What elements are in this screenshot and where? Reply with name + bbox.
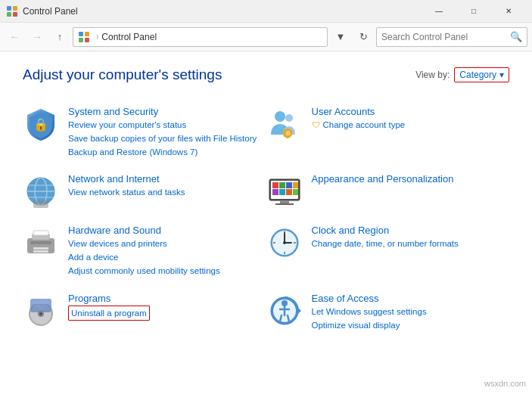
appearance-title[interactable]: Appearance and Personalization — [312, 173, 454, 185]
clock-region-title[interactable]: Clock and Region — [312, 225, 459, 236]
programs-text: Programs Uninstall a program — [68, 293, 150, 321]
clock-region-text: Clock and Region Change date, time, or n… — [312, 225, 459, 250]
programs-title[interactable]: Programs — [68, 293, 150, 304]
address-dropdown-button[interactable]: ▼ — [331, 27, 350, 47]
ease-of-access-text: Ease of Access Let Windows suggest setti… — [312, 293, 427, 331]
user-accounts-text: User Accounts 🛡 Change account type — [312, 106, 406, 131]
category-network-internet: Network and Internet View network status… — [23, 166, 266, 217]
svg-rect-5 — [85, 32, 89, 36]
svg-point-48 — [39, 312, 42, 315]
categories-grid: 🔒 System and Security Review your comput… — [23, 98, 509, 339]
svg-rect-21 — [279, 182, 285, 188]
svg-rect-2 — [7, 12, 11, 17]
svg-rect-25 — [279, 189, 285, 195]
view-by-control: View by: Category ▾ — [415, 67, 509, 82]
hardware-link-3[interactable]: Adjust commonly used mobility settings — [68, 265, 220, 277]
appearance-icon — [266, 173, 303, 209]
category-programs: Programs Uninstall a program — [23, 285, 266, 339]
system-security-link-3[interactable]: Backup and Restore (Windows 7) — [68, 146, 257, 158]
hardware-title[interactable]: Hardware and Sound — [68, 225, 220, 236]
svg-rect-27 — [293, 189, 298, 195]
category-clock-region: Clock and Region Change date, time, or n… — [266, 217, 510, 284]
network-title[interactable]: Network and Internet — [68, 173, 185, 185]
view-by-label: View by: — [415, 70, 450, 80]
system-security-title[interactable]: System and Security — [68, 106, 257, 117]
window-controls: — □ ✕ — [422, 0, 526, 23]
title-bar: Control Panel — □ ✕ — [0, 0, 532, 23]
system-security-link-2[interactable]: Save backup copies of your files with Fi… — [68, 132, 257, 144]
svg-rect-17 — [33, 200, 48, 208]
appearance-text: Appearance and Personalization — [312, 173, 454, 185]
svg-rect-24 — [272, 189, 278, 195]
svg-rect-1 — [13, 6, 17, 11]
address-bar: ← → ↑ › Control Panel ▼ ↻ 🔍 — [0, 23, 532, 51]
view-by-arrow: ▾ — [499, 70, 504, 80]
search-icon[interactable]: 🔍 — [510, 31, 522, 42]
window-title: Control Panel — [23, 6, 422, 17]
svg-rect-3 — [13, 12, 17, 17]
ease-of-access-icon — [266, 293, 303, 329]
address-box[interactable]: › Control Panel — [73, 27, 328, 47]
svg-marker-54 — [298, 308, 301, 314]
svg-rect-26 — [286, 189, 292, 195]
clock-icon — [266, 225, 303, 261]
breadcrumb-text: Control Panel — [101, 32, 157, 42]
svg-rect-34 — [33, 250, 48, 253]
system-security-text: System and Security Review your computer… — [68, 106, 257, 158]
svg-rect-0 — [7, 6, 11, 11]
svg-rect-23 — [293, 182, 298, 188]
ease-of-access-title[interactable]: Ease of Access — [312, 293, 427, 304]
network-text: Network and Internet View network status… — [68, 173, 185, 198]
hardware-link-2[interactable]: Add a device — [68, 251, 220, 263]
breadcrumb-arrow: › — [96, 33, 98, 41]
main-content: Adjust your computer's settings View by:… — [0, 51, 532, 354]
system-security-link-1[interactable]: Review your computer's status — [68, 119, 257, 131]
svg-point-40 — [283, 241, 286, 244]
hardware-text: Hardware and Sound View devices and prin… — [68, 225, 220, 277]
search-input[interactable] — [381, 32, 510, 42]
page-title: Adjust your computer's settings — [23, 67, 222, 83]
svg-rect-49 — [30, 299, 51, 312]
svg-rect-22 — [286, 182, 292, 188]
category-user-accounts: ⚙ User Accounts 🛡 Change account type — [266, 98, 510, 166]
svg-rect-31 — [30, 241, 51, 244]
user-accounts-title[interactable]: User Accounts — [312, 106, 406, 117]
system-security-icon: 🔒 — [23, 106, 59, 142]
user-accounts-icon: ⚙ — [266, 106, 303, 142]
svg-rect-20 — [272, 182, 278, 188]
category-system-security: 🔒 System and Security Review your comput… — [23, 98, 266, 166]
window-icon — [6, 5, 18, 17]
maximize-button[interactable]: □ — [456, 0, 491, 23]
refresh-button[interactable]: ↻ — [353, 27, 373, 47]
programs-link-1[interactable]: Uninstall a program — [68, 306, 150, 321]
clock-region-link-1[interactable]: Change date, time, or number formats — [312, 237, 459, 250]
svg-rect-7 — [85, 38, 89, 42]
search-box[interactable]: 🔍 — [376, 27, 527, 47]
view-by-value: Category — [459, 70, 496, 80]
back-button[interactable]: ← — [5, 27, 24, 47]
minimize-button[interactable]: — — [422, 0, 456, 23]
svg-text:🔒: 🔒 — [33, 117, 48, 132]
category-hardware-sound: Hardware and Sound View devices and prin… — [23, 217, 266, 284]
user-accounts-link-1[interactable]: Change account type — [323, 119, 406, 131]
ease-of-access-link-1[interactable]: Let Windows suggest settings — [312, 306, 427, 318]
breadcrumb-icon — [78, 31, 90, 43]
svg-point-9 — [275, 111, 285, 122]
user-accounts-badge-icon: 🛡 — [312, 120, 320, 129]
page-header: Adjust your computer's settings View by:… — [23, 67, 509, 83]
view-by-dropdown[interactable]: Category ▾ — [454, 67, 509, 82]
network-link-1[interactable]: View network status and tasks — [68, 186, 185, 198]
svg-text:⚙: ⚙ — [285, 130, 290, 137]
programs-icon — [23, 293, 59, 329]
forward-button[interactable]: → — [27, 27, 47, 47]
svg-rect-6 — [79, 38, 83, 42]
hardware-link-1[interactable]: View devices and printers — [68, 237, 220, 250]
up-button[interactable]: ↑ — [50, 27, 70, 47]
category-ease-of-access: Ease of Access Let Windows suggest setti… — [266, 285, 510, 339]
close-button[interactable]: ✕ — [491, 0, 526, 23]
svg-point-10 — [285, 114, 293, 122]
svg-rect-35 — [33, 231, 48, 235]
watermark: wsxdn.com — [484, 379, 526, 388]
ease-of-access-link-2[interactable]: Optimize visual display — [312, 319, 427, 331]
svg-rect-33 — [33, 247, 48, 250]
